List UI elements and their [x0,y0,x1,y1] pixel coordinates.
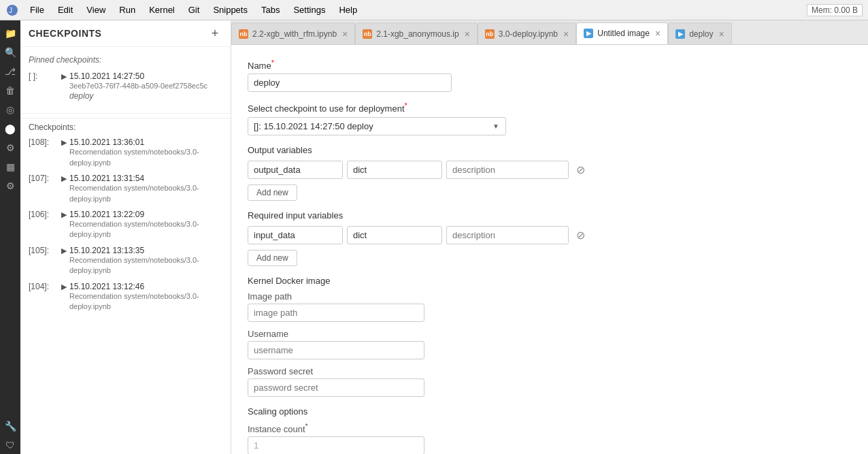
checkpoint-item-107[interactable]: [107]: ▶ 15.10.2021 13:31:54 Recomendati… [20,171,231,207]
ckpt-path-105: Recomendation system/notebooks/3.0-deplo… [29,255,222,276]
panel-title: CHECKPOINTS [29,28,101,39]
panel-header: CHECKPOINTS + [20,20,231,47]
ckpt-header: [ ]: ▶ 15.10.2021 14:27:50 [29,71,222,81]
ckpt-arrow-105: ▶ [61,246,67,255]
output-var-remove-0[interactable]: ⊘ [573,162,588,177]
instance-input[interactable] [248,436,424,454]
username-input[interactable] [248,341,424,359]
shield-icon-btn[interactable]: 🛡 [1,436,19,454]
circle-icon-btn[interactable]: ⬤ [1,120,19,137]
tab-deploy-ipynb[interactable]: nb 3.0-deploy.ipynb × [478,22,576,44]
req-add-new-button[interactable]: Add new [248,250,297,266]
table-icon-btn[interactable]: ▦ [1,158,19,176]
tab-close-deploy[interactable]: × [719,29,724,39]
tab-close-untitled[interactable]: × [655,29,661,38]
panel-body: Pinned checkpoints: [ ]: ▶ 15.10.2021 14… [20,47,231,454]
ckpt-arrow: ▶ [61,71,67,81]
tab-label-deploy-ipynb: 3.0-deploy.ipynb [499,29,558,39]
docker-title: Kernel Docker image [248,276,852,286]
tab-icon-xgb-rfm: nb [239,29,248,39]
checkpoint-label: Select checkpoint to use for deployment* [248,101,852,114]
name-input[interactable] [248,74,452,92]
ckpt-path-107: Recomendation system/notebooks/3.0-deplo… [29,183,222,204]
tab-icon-xgb-anon: nb [363,29,372,39]
scaling-title: Scaling options [248,406,852,417]
checkpoint-select[interactable]: []: 15.10.2021 14:27:50 deploy [248,117,506,135]
name-label: Name* [248,59,852,71]
gear-small-icon-btn[interactable]: ⚙ [1,139,19,157]
name-row: Name* [248,59,852,92]
req-var-type-0[interactable] [347,226,442,244]
password-input[interactable] [248,378,424,397]
req-var-name-0[interactable] [248,226,343,244]
search-icon-btn[interactable]: 🔍 [1,44,19,61]
instance-label: Instance count* [248,422,852,434]
form-area: Name* Select checkpoint to use for deplo… [231,45,868,454]
scaling-row: Scaling options Instance count* [248,406,852,454]
checkpoint-item-105[interactable]: [105]: ▶ 15.10.2021 13:13:35 Recomendati… [20,243,231,279]
tab-icon-deploy-ipynb: nb [485,29,495,39]
output-var-name-0[interactable] [248,161,343,179]
panel-add-button[interactable]: + [207,26,222,41]
wrench-icon-btn[interactable]: 🔧 [1,417,19,435]
menu-help[interactable]: Help [333,3,363,16]
checkpoint-item-106[interactable]: [106]: ▶ 15.10.2021 13:22:09 Recomendati… [20,207,231,243]
tab-close-deploy-ipynb[interactable]: × [563,29,569,39]
menu-view[interactable]: View [81,3,111,16]
menu-run[interactable]: Run [114,3,141,16]
menu-kernel[interactable]: Kernel [144,3,180,16]
ckpt-header-106: [106]: ▶ 15.10.2021 13:22:09 [29,210,222,219]
req-var-row-0: ⊘ [248,226,852,244]
output-add-new-button[interactable]: Add new [248,184,297,201]
tab-close-xgb-anon[interactable]: × [465,29,470,39]
app-logo: J [5,3,19,17]
ckpt-index-107: [107]: [29,174,59,183]
tab-label-xgb-rfm: 2.2-xgb_with_rfm.ipynb [252,29,337,39]
menubar: J File Edit View Run Kernel Git Snippets… [0,0,868,20]
trash-icon-btn[interactable]: 🗑 [1,82,19,99]
pinned-checkpoint-item[interactable]: [ ]: ▶ 15.10.2021 14:27:50 3eeb7e03-76f7… [20,69,231,103]
git-icon-btn[interactable]: ⎇ [1,63,19,80]
image-path-input[interactable] [248,304,424,322]
checkpoint-item-104[interactable]: [104]: ▶ 15.10.2021 13:12:46 Recomendati… [20,279,231,315]
ckpt-arrow-108: ▶ [61,137,67,147]
location-icon-btn[interactable]: ◎ [1,101,19,118]
ckpt-arrow-107: ▶ [61,174,67,183]
output-vars-row: Output variables ⊘ Add new [248,145,852,201]
gear-icon-btn[interactable]: ⚙ [1,177,19,195]
tab-deploy[interactable]: ▶ deploy × [668,22,732,44]
ckpt-datetime-106: 15.10.2021 13:22:09 [69,210,144,219]
tab-xgb-anon[interactable]: nb 2.1-xgb_anonymous.ip × [355,22,478,44]
menu-settings[interactable]: Settings [288,3,331,16]
image-path-label: Image path [248,291,852,302]
content-area: nb 2.2-xgb_with_rfm.ipynb × nb 2.1-xgb_a… [231,20,868,454]
menu-tabs[interactable]: Tabs [256,3,285,16]
ckpt-id: 3eeb7e03-76f7-448b-a509-0eef2758ec5c [29,81,222,91]
checkpoint-item-108[interactable]: [108]: ▶ 15.10.2021 13:36:01 Recomendati… [20,135,231,171]
req-var-desc-0[interactable] [446,226,569,244]
ckpt-index-108: [108]: [29,137,59,147]
tab-xgb-rfm[interactable]: nb 2.2-xgb_with_rfm.ipynb × [231,22,355,44]
menu-edit[interactable]: Edit [52,3,78,16]
ckpt-datetime: 15.10.2021 14:27:50 [69,71,144,81]
folder-icon-btn[interactable]: 📁 [1,25,19,42]
menu-file[interactable]: File [24,3,50,16]
output-var-desc-0[interactable] [446,161,569,179]
output-var-type-0[interactable] [347,161,442,179]
menu-snippets[interactable]: Snippets [207,3,253,16]
req-var-remove-0[interactable]: ⊘ [573,227,588,242]
ckpt-header-108: [108]: ▶ 15.10.2021 13:36:01 [29,137,222,147]
ckpt-datetime-107: 15.10.2021 13:31:54 [69,174,144,183]
ckpt-header-105: [105]: ▶ 15.10.2021 13:13:35 [29,246,222,255]
tab-close-xgb-rfm[interactable]: × [342,29,348,39]
tab-untitled-image[interactable]: ▶ Untitled image × [576,22,668,44]
docker-row: Kernel Docker image Image path Username … [248,276,852,397]
ckpt-index-104: [104]: [29,282,59,291]
pinned-label: Pinned checkpoints: [20,52,231,69]
ckpt-header-107: [107]: ▶ 15.10.2021 13:31:54 [29,174,222,183]
ckpt-path-108: Recomendation system/notebooks/3.0-deplo… [29,147,222,168]
ckpt-path-104: Recomendation system/notebooks/3.0-deplo… [29,291,222,312]
checkpoints-panel: CHECKPOINTS + Pinned checkpoints: [ ]: ▶… [20,20,231,454]
tab-label-untitled: Untitled image [597,29,650,38]
menu-git[interactable]: Git [183,3,205,16]
